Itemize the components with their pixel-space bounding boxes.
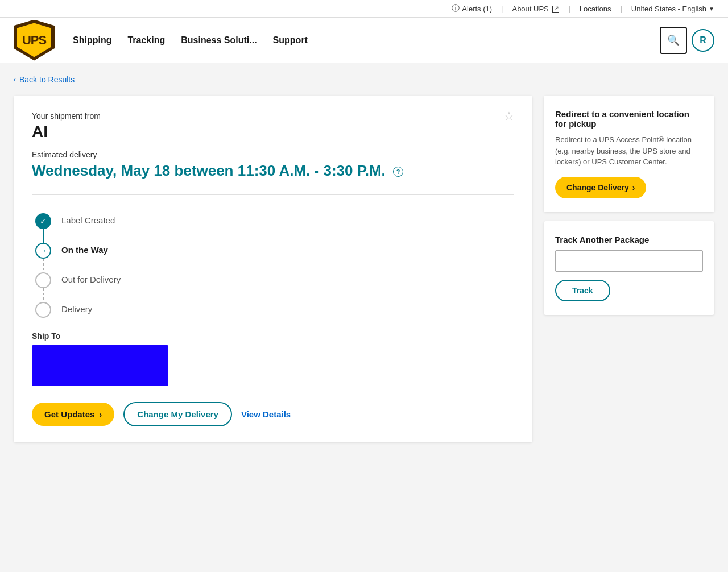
step-circle-pending-3 [35, 272, 51, 288]
search-button[interactable]: 🔍 [660, 27, 687, 54]
track-another-card: Track Another Package Track [544, 221, 714, 315]
step-content-3: Out for Delivery [55, 272, 514, 300]
step-line-1 [43, 229, 44, 243]
divider [32, 194, 514, 195]
help-icon[interactable]: ? [393, 167, 403, 177]
change-delivery-sidebar-button[interactable]: Change Delivery › [555, 177, 646, 198]
card-actions: Get Updates › Change My Delivery View De… [32, 402, 514, 426]
user-avatar-button[interactable]: R [692, 29, 714, 52]
step-icon-col-1: ✓ [32, 213, 55, 243]
estimated-delivery-date: Wednesday, May 18 between 11:30 A.M. - 3… [32, 161, 514, 181]
step-on-the-way: → On the Way [32, 243, 514, 272]
estimated-delivery-label: Estimated delivery [32, 150, 514, 159]
chevron-right-icon: › [99, 409, 102, 419]
chevron-down-icon: ▼ [709, 6, 714, 12]
step-line-2 [43, 259, 44, 272]
progress-tracker: ✓ Label Created → [32, 209, 514, 322]
step-1-label: Label Created [61, 215, 115, 225]
external-link-icon [552, 6, 559, 13]
step-content-2: On the Way [55, 243, 514, 271]
step-icon-col-4 [32, 302, 55, 318]
chevron-right-icon-sidebar: › [632, 183, 635, 192]
shipment-from-name: Al [32, 123, 514, 141]
alerts-label: Alerts (1) [462, 5, 492, 13]
change-delivery-sidebar-label: Change Delivery [566, 183, 629, 192]
track-another-input[interactable] [555, 250, 703, 272]
about-ups-link[interactable]: About UPS [512, 5, 559, 13]
step-label-created: ✓ Label Created [32, 213, 514, 243]
separator-3: | [620, 5, 622, 13]
step-out-for-delivery: Out for Delivery [32, 272, 514, 302]
redirect-card-title: Redirect to a convenient location for pi… [555, 109, 703, 129]
track-button[interactable]: Track [555, 280, 610, 301]
alerts-link[interactable]: ⓘ Alerts (1) [452, 3, 492, 14]
get-updates-button[interactable]: Get Updates › [32, 403, 114, 426]
track-another-title: Track Another Package [555, 235, 703, 244]
nav-business[interactable]: Business Soluti... [181, 33, 257, 48]
tracking-card: ☆ Your shipment from Al Estimated delive… [14, 96, 532, 442]
main-nav: UPS Shipping Tracking Business Soluti...… [0, 18, 728, 63]
page-content: ‹ Back to Results ☆ Your shipment from A… [0, 63, 728, 454]
ups-logo[interactable]: UPS [14, 20, 55, 61]
checkmark-icon: ✓ [40, 217, 47, 226]
shipment-from-label: Your shipment from [32, 111, 514, 121]
favorite-button[interactable]: ☆ [504, 109, 514, 123]
alert-circle-icon: ⓘ [452, 3, 460, 14]
step-icon-col-3 [32, 272, 55, 302]
language-selector[interactable]: United States - English ▼ [631, 5, 714, 13]
nav-shipping[interactable]: Shipping [73, 33, 111, 48]
step-delivery: Delivery [32, 302, 514, 318]
step-content-1: Label Created [55, 213, 514, 241]
step-2-label: On the Way [61, 245, 108, 255]
step-content-4: Delivery [55, 302, 514, 314]
nav-links: Shipping Tracking Business Soluti... Sup… [73, 33, 660, 48]
change-delivery-button[interactable]: Change My Delivery [123, 402, 232, 426]
nav-tracking[interactable]: Tracking [127, 33, 165, 48]
chevron-left-icon: ‹ [14, 76, 16, 84]
separator-2: | [568, 5, 570, 13]
right-sidebar: Redirect to a convenient location for pi… [544, 96, 714, 315]
back-link-label: Back to Results [19, 75, 75, 84]
step-line-3 [43, 288, 44, 302]
back-to-results-link[interactable]: ‹ Back to Results [14, 75, 75, 84]
redirect-card-desc: Redirect to a UPS Access Point® location… [555, 134, 703, 168]
ship-to-redacted [32, 345, 168, 386]
user-initial: R [700, 35, 706, 45]
get-updates-label: Get Updates [44, 409, 94, 419]
ship-to-section: Ship To [32, 331, 514, 386]
main-layout: ☆ Your shipment from Al Estimated delive… [14, 96, 714, 442]
step-icon-col-2: → [32, 243, 55, 272]
arrow-right-icon: → [40, 246, 47, 255]
step-4-label: Delivery [61, 304, 92, 314]
ship-to-label: Ship To [32, 331, 514, 341]
view-details-button[interactable]: View Details [241, 409, 291, 419]
separator-1: | [501, 5, 503, 13]
step-circle-completed-1: ✓ [35, 213, 51, 229]
step-circle-active-2: → [35, 243, 51, 259]
utility-bar: ⓘ Alerts (1) | About UPS | Locations | U… [0, 0, 728, 18]
step-circle-pending-4 [35, 302, 51, 318]
nav-actions: 🔍 R [660, 27, 714, 54]
step-3-label: Out for Delivery [61, 275, 121, 284]
language-label: United States - English [631, 5, 706, 13]
nav-support[interactable]: Support [273, 33, 308, 48]
locations-link[interactable]: Locations [580, 5, 611, 13]
search-icon: 🔍 [667, 34, 680, 47]
redirect-card: Redirect to a convenient location for pi… [544, 96, 714, 212]
